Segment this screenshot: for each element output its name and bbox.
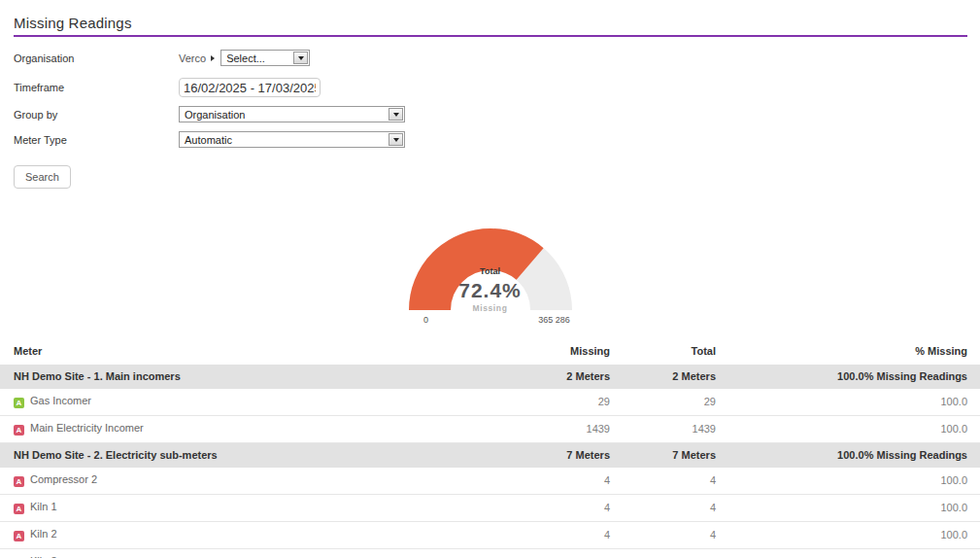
organisation-breadcrumb[interactable]: Verco: [179, 52, 215, 64]
total-cell: 7 Meters: [610, 443, 716, 469]
meter-name: NH Demo Site - 1. Main incomers: [14, 370, 181, 382]
meter-name-cell: AKiln 1: [0, 495, 505, 522]
pct-missing-cell: 100.0: [716, 416, 980, 443]
title-accent-rule: [14, 35, 967, 37]
page-title: Missing Readings: [14, 15, 967, 31]
group-row: NH Demo Site - 1. Main incomers2 Meters2…: [0, 365, 980, 389]
meter-name: Main Electricity Incomer: [30, 422, 144, 434]
chevron-down-icon: [393, 113, 399, 117]
pct-missing-cell: 100.0: [716, 495, 980, 522]
pct-missing-cell: 100.0% Missing Readings: [716, 443, 980, 469]
dropdown-arrow-button[interactable]: [389, 133, 403, 146]
meter-name: Kiln 2: [30, 528, 57, 540]
organisation-select[interactable]: Select...: [220, 50, 310, 66]
table-header: Meter Missing Total % Missing: [0, 339, 980, 365]
gauge-center-labels: Total 72.4% Missing: [403, 267, 578, 313]
col-header-missing: Missing: [505, 339, 610, 365]
meter-type-select[interactable]: Automatic: [179, 131, 405, 148]
organisation-selected-value: Select...: [226, 52, 265, 64]
meter-type-label: Meter Type: [14, 134, 179, 146]
pct-missing-cell: 100.0: [716, 389, 980, 416]
col-header-pct-missing: % Missing: [716, 339, 980, 365]
meter-type-selected-value: Automatic: [185, 134, 232, 146]
missing-cell: 2 Meters: [505, 365, 610, 389]
total-cell: 4: [610, 522, 716, 549]
missing-cell: 1439: [505, 416, 610, 443]
dropdown-arrow-button[interactable]: [389, 108, 403, 121]
missing-readings-page: Missing Readings Organisation Verco Sele…: [0, 15, 980, 558]
table-row: AGas Incomer2929100.0: [0, 389, 980, 416]
group-by-label: Group by: [14, 109, 179, 121]
chevron-down-icon: [298, 56, 304, 60]
meter-name-cell: NH Demo Site - 2. Electricity sub-meters: [0, 443, 505, 469]
table-row: ACompressor 244100.0: [0, 468, 980, 495]
total-cell: 29: [610, 389, 716, 416]
table-row: AKiln 344100.0: [0, 549, 980, 558]
timeframe-label: Timeframe: [14, 82, 179, 93]
meter-name: Gas Incomer: [30, 395, 91, 406]
meter-type-badge-icon: A: [14, 398, 24, 408]
meter-name: NH Demo Site - 2. Electricity sub-meters: [14, 449, 218, 461]
gauge-title: Total: [403, 267, 578, 276]
group-by-filter-row: Group by Organisation: [14, 106, 980, 122]
total-cell: 2 Meters: [610, 365, 716, 389]
meter-name-cell: AGas Incomer: [0, 389, 505, 416]
meter-name: Kiln 1: [30, 501, 57, 512]
missing-cell: 4: [505, 468, 610, 495]
chevron-down-icon: [393, 138, 399, 142]
meter-name-cell: AKiln 3: [0, 549, 505, 558]
total-cell: 1439: [610, 416, 716, 443]
meter-name-cell: AMain Electricity Incomer: [0, 416, 505, 443]
meter-name-cell: AKiln 2: [0, 522, 505, 549]
pct-missing-cell: 100.0% Missing Readings: [716, 365, 980, 389]
meters-table: Meter Missing Total % Missing NH Demo Si…: [0, 339, 980, 558]
meter-type-badge-icon: A: [14, 531, 24, 541]
total-cell: 4: [610, 549, 716, 558]
col-header-total: Total: [610, 339, 716, 365]
timeframe-filter-row: Timeframe: [14, 78, 980, 97]
meter-type-badge-icon: A: [14, 425, 24, 436]
dropdown-arrow-button[interactable]: [293, 52, 308, 64]
gauge-min-label: 0: [423, 315, 428, 325]
pct-missing-cell: 100.0: [716, 522, 980, 549]
group-by-select[interactable]: Organisation: [179, 106, 405, 122]
table-row: AKiln 244100.0: [0, 522, 980, 549]
meter-type-filter-row: Meter Type Automatic: [14, 131, 980, 148]
table-row: AMain Electricity Incomer14391439100.0: [0, 416, 980, 443]
pct-missing-cell: 100.0: [716, 549, 980, 558]
meter-type-badge-icon: A: [14, 504, 24, 514]
gauge-value: 72.4%: [403, 280, 578, 300]
missing-cell: 4: [505, 522, 610, 549]
meter-name-cell: ACompressor 2: [0, 468, 505, 495]
organisation-filter-row: Organisation Verco Select...: [14, 50, 980, 66]
breadcrumb-root[interactable]: Verco: [179, 52, 206, 64]
total-cell: 4: [610, 468, 716, 495]
col-header-meter: Meter: [0, 339, 505, 365]
search-button[interactable]: Search: [14, 165, 71, 189]
gauge-max-label: 365 286: [538, 315, 570, 325]
table-body: NH Demo Site - 1. Main incomers2 Meters2…: [0, 365, 980, 558]
missing-cell: 29: [505, 389, 610, 416]
organisation-label: Organisation: [14, 52, 179, 64]
table-row: AKiln 144100.0: [0, 495, 980, 522]
meter-name-cell: NH Demo Site - 1. Main incomers: [0, 365, 505, 389]
missing-cell: 4: [505, 549, 610, 558]
total-cell: 4: [610, 495, 716, 522]
group-row: NH Demo Site - 2. Electricity sub-meters…: [0, 443, 980, 469]
missing-readings-gauge: Total 72.4% Missing 0 365 286: [403, 221, 578, 326]
filters-form: Organisation Verco Select... Timeframe G…: [0, 50, 980, 189]
group-by-selected-value: Organisation: [185, 109, 245, 121]
timeframe-input[interactable]: [179, 78, 321, 97]
gauge-sublabel: Missing: [403, 304, 578, 313]
breadcrumb-caret-icon: [211, 55, 215, 61]
meter-name: Compressor 2: [30, 473, 97, 485]
missing-cell: 7 Meters: [505, 443, 610, 469]
meter-type-badge-icon: A: [14, 476, 24, 487]
pct-missing-cell: 100.0: [716, 468, 980, 495]
missing-cell: 4: [505, 495, 610, 522]
